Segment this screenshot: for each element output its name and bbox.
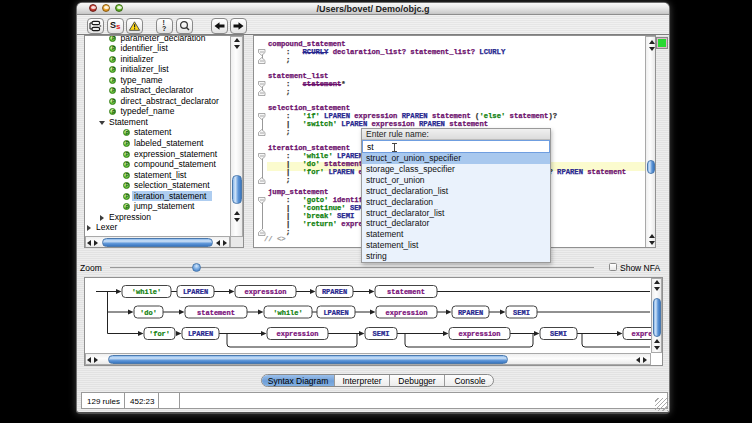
svg-text:LPAREN: LPAREN — [323, 309, 348, 317]
svg-text:expression: expression — [458, 330, 500, 338]
svg-text:statement: statement — [197, 309, 235, 317]
svg-text:expression: expression — [385, 309, 427, 317]
svg-text:'for': 'for' — [149, 330, 170, 338]
svg-text:SEMI: SEMI — [550, 330, 567, 338]
svg-text:SEMI: SEMI — [513, 309, 530, 317]
svg-text:statement: statement — [387, 288, 425, 296]
svg-text:expression: expression — [244, 288, 286, 296]
svg-text:LPAREN: LPAREN — [188, 330, 213, 338]
svg-text:'while': 'while' — [132, 288, 161, 296]
svg-text:LPAREN: LPAREN — [183, 288, 208, 296]
svg-text:RPAREN: RPAREN — [322, 288, 347, 296]
svg-text:expre: expre — [631, 330, 651, 338]
svg-text:RPAREN: RPAREN — [458, 309, 483, 317]
svg-text:'do': 'do' — [140, 309, 157, 317]
svg-text:'while': 'while' — [273, 309, 302, 317]
svg-text:SEMI: SEMI — [373, 330, 390, 338]
svg-text:expression: expression — [276, 330, 318, 338]
